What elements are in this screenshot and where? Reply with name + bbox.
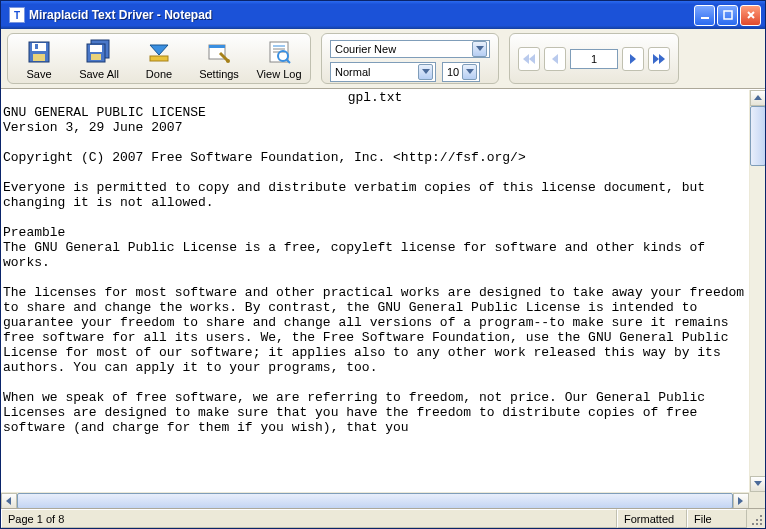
close-button[interactable] (740, 5, 761, 26)
svg-marker-21 (476, 46, 484, 51)
floppy-stack-icon (85, 38, 113, 66)
page-nav-group (509, 33, 679, 84)
scroll-down-button[interactable] (750, 476, 765, 492)
chevron-down-icon (462, 64, 477, 80)
svg-rect-37 (752, 523, 754, 525)
svg-marker-26 (552, 54, 558, 64)
svg-rect-3 (32, 43, 46, 51)
page-number-input[interactable] (570, 49, 618, 69)
svg-marker-10 (150, 45, 168, 55)
svg-rect-1 (724, 11, 732, 19)
view-log-button[interactable]: View Log (250, 34, 308, 84)
svg-marker-25 (529, 54, 535, 64)
scroll-right-button[interactable] (733, 493, 749, 508)
svg-marker-22 (422, 69, 430, 74)
font-size-select[interactable]: 10 (442, 62, 480, 82)
statusbar: Page 1 of 8 Formatted File (1, 508, 765, 528)
svg-marker-27 (630, 54, 636, 64)
svg-rect-34 (760, 515, 762, 517)
status-page: Page 1 of 8 (1, 509, 617, 528)
font-family-value: Courier New (335, 43, 472, 55)
svg-rect-0 (701, 17, 709, 19)
svg-rect-35 (756, 519, 758, 521)
done-button[interactable]: Done (130, 34, 188, 84)
horizontal-scroll-thumb[interactable] (17, 493, 733, 508)
svg-marker-33 (738, 497, 743, 505)
font-weight-value: Normal (335, 66, 418, 78)
app-icon: T (9, 7, 25, 23)
first-page-button[interactable] (518, 47, 540, 71)
maximize-button[interactable] (717, 5, 738, 26)
font-family-select[interactable]: Courier New (330, 40, 490, 58)
view-log-label: View Log (256, 68, 301, 80)
resize-grip[interactable] (747, 509, 765, 528)
vertical-scroll-thumb[interactable] (750, 106, 765, 166)
floppy-icon (25, 38, 53, 66)
svg-marker-28 (653, 54, 659, 64)
settings-icon (205, 38, 233, 66)
save-label: Save (26, 68, 51, 80)
font-group: Courier New Normal 10 (321, 33, 499, 84)
status-formatted[interactable]: Formatted (617, 509, 687, 528)
chevron-down-icon (472, 41, 487, 57)
scroll-corner (749, 492, 765, 508)
svg-rect-8 (90, 45, 102, 52)
settings-label: Settings (199, 68, 239, 80)
svg-marker-23 (466, 69, 474, 74)
svg-rect-13 (209, 45, 225, 48)
done-icon (145, 38, 173, 66)
window-title: Miraplacid Text Driver - Notepad (29, 8, 694, 22)
next-page-button[interactable] (622, 47, 644, 71)
titlebar: T Miraplacid Text Driver - Notepad (1, 1, 765, 29)
window-buttons (694, 5, 761, 26)
toolbar: Save Save All Done Settings View Log Cou… (1, 29, 765, 89)
scroll-left-button[interactable] (1, 493, 17, 508)
log-icon (265, 38, 293, 66)
save-all-label: Save All (79, 68, 119, 80)
chevron-down-icon (418, 64, 433, 80)
svg-rect-4 (33, 54, 45, 61)
save-all-button[interactable]: Save All (70, 34, 128, 84)
svg-point-14 (226, 59, 230, 63)
svg-marker-24 (523, 54, 529, 64)
last-page-button[interactable] (648, 47, 670, 71)
svg-rect-39 (760, 523, 762, 525)
document-area: gpl.txtGNU GENERAL PUBLIC LICENSE Versio… (1, 89, 765, 508)
document-filename: gpl.txt (3, 90, 747, 105)
app-window: T Miraplacid Text Driver - Notepad Save … (0, 0, 766, 529)
done-label: Done (146, 68, 172, 80)
vertical-scrollbar[interactable] (749, 90, 765, 492)
svg-rect-5 (35, 44, 38, 49)
document-text[interactable]: gpl.txtGNU GENERAL PUBLIC LICENSE Versio… (1, 90, 749, 492)
save-button[interactable]: Save (10, 34, 68, 84)
svg-rect-11 (150, 56, 168, 61)
horizontal-scrollbar[interactable] (1, 492, 749, 508)
document-body: GNU GENERAL PUBLIC LICENSE Version 3, 29… (3, 105, 749, 435)
minimize-button[interactable] (694, 5, 715, 26)
scroll-up-button[interactable] (750, 90, 765, 106)
action-button-group: Save Save All Done Settings View Log (7, 33, 311, 84)
svg-marker-30 (754, 95, 762, 100)
prev-page-button[interactable] (544, 47, 566, 71)
status-file[interactable]: File (687, 509, 747, 528)
svg-rect-38 (756, 523, 758, 525)
svg-marker-31 (754, 481, 762, 486)
font-weight-select[interactable]: Normal (330, 62, 436, 82)
svg-rect-9 (91, 54, 101, 60)
svg-marker-29 (659, 54, 665, 64)
font-size-value: 10 (447, 66, 462, 78)
settings-button[interactable]: Settings (190, 34, 248, 84)
svg-marker-32 (6, 497, 11, 505)
svg-rect-36 (760, 519, 762, 521)
